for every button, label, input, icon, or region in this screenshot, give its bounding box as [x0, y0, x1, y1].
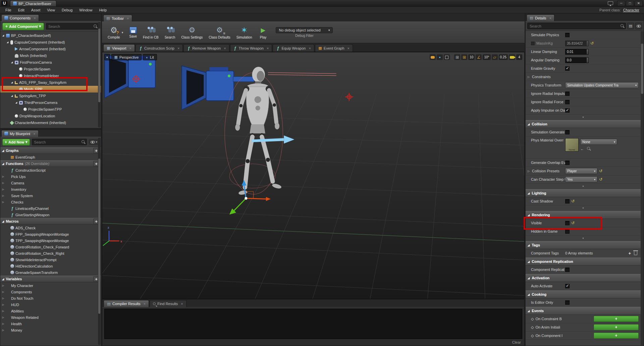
- expand-arrow-icon[interactable]: ▷: [2, 175, 5, 178]
- clear-button[interactable]: Clear: [512, 340, 521, 344]
- variable-category-item[interactable]: ▷ Weapon Related: [0, 314, 101, 321]
- monitor-icon[interactable]: [608, 1, 613, 5]
- tab-close-icon[interactable]: ×: [267, 46, 269, 50]
- components-search-input[interactable]: [46, 23, 99, 30]
- expand-arrow-icon[interactable]: ▷: [2, 201, 5, 204]
- hidden-in-game-checkbox[interactable]: [565, 229, 570, 234]
- tab-close-icon[interactable]: ×: [129, 46, 131, 50]
- function-item[interactable]: ▷ Pick Ups: [0, 173, 101, 180]
- browse-asset-icon[interactable]: [587, 147, 591, 151]
- scale-snap-value[interactable]: 0.25: [499, 54, 508, 60]
- macro-item[interactable]: FPP_SwappingWeaponMontage: [0, 231, 101, 237]
- tab-my-blueprint[interactable]: My Blueprint ×: [1, 130, 39, 137]
- tab-close-icon[interactable]: ×: [181, 302, 183, 306]
- simulation-generates-hit-checkbox[interactable]: [565, 130, 570, 134]
- viewport-3d-scene[interactable]: z x y: [102, 52, 524, 299]
- component-tree-item[interactable]: ArrowComponent (Inherited): [0, 46, 101, 52]
- linear-damping-field[interactable]: 0.01: [565, 49, 589, 55]
- expand-arrow-icon[interactable]: ▷: [2, 291, 5, 293]
- use-selected-asset-icon[interactable]: ←: [580, 147, 584, 151]
- is-editor-only-checkbox[interactable]: [565, 300, 570, 305]
- expand-arrow-icon[interactable]: ◢: [15, 101, 18, 104]
- expand-arrow-icon[interactable]: ▷: [2, 182, 5, 184]
- variable-category-item[interactable]: ▷ Components: [0, 289, 101, 295]
- component-tree-item[interactable]: ◢ SpringArm_TPP: [0, 93, 101, 99]
- property-matrix-icon[interactable]: ▤: [627, 23, 634, 29]
- collision-presets-dropdown[interactable]: Player ▾: [565, 168, 597, 174]
- menu-item[interactable]: Help: [96, 7, 110, 13]
- tab-close-icon[interactable]: ×: [33, 132, 35, 136]
- expand-arrow-icon[interactable]: ▷: [2, 188, 5, 191]
- phys-material-dropdown[interactable]: None ▾: [580, 139, 617, 145]
- details-search-input[interactable]: [527, 23, 626, 29]
- component-tree-item[interactable]: CharacterMovement (Inherited): [0, 119, 101, 126]
- variable-category-item[interactable]: ▷ My Character: [0, 282, 101, 289]
- viewport-tab[interactable]: Construction Scrip ×: [136, 44, 183, 52]
- component-tree-item[interactable]: ◢ BP_CharacterBase(self): [0, 32, 101, 39]
- expand-arrow-icon[interactable]: ◢: [10, 61, 13, 64]
- macros-section-header[interactable]: ◢ Macros +: [0, 218, 101, 225]
- menu-item[interactable]: View: [44, 7, 58, 13]
- macro-item[interactable]: ControlRotation_Check_Forward: [0, 244, 101, 250]
- close-button[interactable]: ✕: [635, 1, 643, 6]
- can-step-up-dropdown[interactable]: Yes ▾: [565, 176, 597, 182]
- function-item[interactable]: LinetraceByChannel: [0, 205, 101, 212]
- toolbar-button[interactable]: Class Defaults ▾: [206, 24, 233, 41]
- minimize-button[interactable]: ─: [617, 1, 625, 6]
- tab-details[interactable]: Details ×: [527, 14, 554, 21]
- events-section-header[interactable]: ◢ Events: [526, 307, 641, 315]
- macro-item[interactable]: TPP_SwappingWeaponMontage: [0, 237, 101, 244]
- expand-arrow-icon[interactable]: ▷: [2, 329, 5, 332]
- graphs-section-header[interactable]: ◢ Graphs +: [0, 147, 101, 154]
- toolbar-button[interactable]: Find in CB ▾: [140, 24, 162, 41]
- viewport-tab[interactable]: Event Graph ×: [315, 44, 353, 52]
- expand-arrow-icon[interactable]: ▷: [2, 297, 5, 300]
- component-tree-item[interactable]: Mesh_FPP: [0, 86, 101, 93]
- ignore-radial-impulse-checkbox[interactable]: [565, 92, 570, 96]
- component-tree-item[interactable]: ◢ FirstPersonCamera: [0, 59, 101, 66]
- display-filter-button[interactable]: [635, 23, 642, 29]
- function-item[interactable]: ▷ Camera: [0, 180, 101, 186]
- generate-overlap-checkbox[interactable]: [565, 161, 570, 165]
- results-tab[interactable]: Compiler Results ×: [104, 300, 149, 307]
- viewport-tab[interactable]: Remove Weapon ×: [183, 44, 229, 52]
- component-tree-item[interactable]: ◢ ThirdPersonCamera: [0, 99, 101, 106]
- debug-object-dropdown[interactable]: No debug object selected ▾: [276, 27, 333, 33]
- expand-arrow-icon[interactable]: ◢: [10, 81, 13, 84]
- toolbar-button[interactable]: Play ▾: [255, 24, 271, 41]
- lit-button[interactable]: Lit: [143, 54, 157, 60]
- viewport-tab[interactable]: Viewport ×: [103, 44, 135, 52]
- expand-arrow-icon[interactable]: ▷: [2, 310, 5, 312]
- camera-speed-value[interactable]: 4: [516, 54, 522, 60]
- component-tree-item[interactable]: Mesh (Inherited): [0, 52, 101, 59]
- tab-close-icon[interactable]: ×: [347, 46, 350, 50]
- rotation-snap-value[interactable]: 10°: [483, 54, 490, 60]
- camera-speed-icon[interactable]: [509, 54, 515, 60]
- expand-arrow-icon[interactable]: ▷: [2, 284, 5, 287]
- expand-arrow-icon[interactable]: ◢: [2, 34, 5, 37]
- add-array-element-icon[interactable]: +: [628, 251, 631, 256]
- tab-close-icon[interactable]: ×: [34, 16, 36, 20]
- cooking-section-header[interactable]: ◢ Cooking: [526, 290, 641, 298]
- add-new-button[interactable]: + Add New ▾: [2, 139, 30, 146]
- viewport-options-button[interactable]: ▾: [104, 54, 110, 60]
- my-blueprint-search-input[interactable]: [32, 139, 87, 145]
- mass-value-field[interactable]: 35.816422: [565, 41, 589, 46]
- tab-close-icon[interactable]: ×: [549, 16, 551, 20]
- menu-item[interactable]: Asset: [28, 7, 44, 13]
- auto-activate-checkbox[interactable]: [565, 284, 570, 288]
- add-component-button[interactable]: + Add Component ▾: [2, 23, 44, 30]
- graph-item[interactable]: EventGraph: [0, 154, 101, 160]
- parent-class-link[interactable]: Character: [623, 8, 639, 12]
- tab-toolbar[interactable]: Toolbar ×: [103, 15, 132, 21]
- tab-components[interactable]: Components ×: [1, 14, 39, 21]
- tab-close-icon[interactable]: ×: [144, 302, 146, 306]
- expand-arrow-icon[interactable]: ◢: [10, 95, 13, 97]
- toolbar-button[interactable]: Search ▾: [162, 24, 178, 41]
- expand-arrow-icon[interactable]: ◢: [6, 41, 9, 44]
- activation-section-header[interactable]: ◢ Activation: [526, 274, 641, 282]
- macro-item[interactable]: ADS_Check: [0, 225, 101, 231]
- maximize-button[interactable]: □: [626, 1, 634, 6]
- reset-to-default-icon[interactable]: ↺: [590, 41, 594, 46]
- collision-section-header[interactable]: ◢ Collision: [526, 120, 641, 128]
